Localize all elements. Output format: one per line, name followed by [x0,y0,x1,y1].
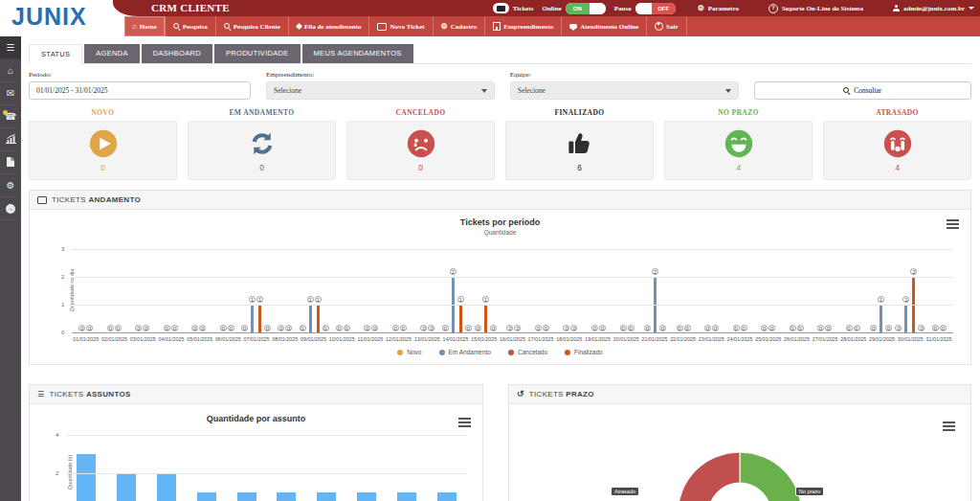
tab-status[interactable]: STATUS [29,44,82,64]
nav-item-atendimento-online[interactable]: Atendimento Online [562,16,647,36]
data-label: 0 [940,325,947,331]
data-label: 0 [846,325,853,331]
donut-slice-atrasado[interactable] [678,452,740,501]
nav-item-sair[interactable]: Sair [647,16,686,36]
equipe-select[interactable]: Selecione [510,81,739,100]
status-card-no-prazo: NO PRAZO4 [664,108,813,180]
slice-label-no-prazo: No prazo [795,487,824,496]
nav-item-home[interactable]: ⌂Home [124,16,166,36]
day-group: 00 [612,249,641,332]
data-label: 0 [514,325,521,331]
bar[interactable] [251,305,254,332]
tickets-indicator[interactable]: Tickets [493,3,534,13]
card-count: 0 [418,163,423,172]
online-toggle[interactable]: ON [566,3,606,14]
bar[interactable] [317,305,320,332]
search-icon [173,23,180,30]
bar[interactable] [357,492,376,501]
thumb-icon [566,129,594,160]
sidebar-item-arrow[interactable]: → [0,197,21,220]
parametro-button[interactable]: ⚙ Parametro [698,5,739,12]
status-card-novo: NOVO0 [29,108,177,180]
legend-item-novo[interactable]: Novo [397,349,421,355]
x-tick-label: 17/01/2025 [526,336,555,342]
card-label: NO PRAZO [664,108,813,117]
x-tick-label: 06/01/2025 [214,336,243,342]
pausa-toggle[interactable]: OFF [635,3,676,14]
bar[interactable] [309,305,312,332]
empreendimento-select[interactable]: Selecione [266,81,495,100]
bar[interactable] [880,305,882,332]
tab-produtividade[interactable]: PRODUTIVIDADE [214,44,301,63]
legend-item-em-andamento[interactable]: Em Andamento [439,349,491,355]
x-tick-label: 19/01/2025 [584,336,612,342]
bar-wrap: 1 [256,296,263,332]
nav-item-novo-ticket[interactable]: Novo Ticket [369,16,433,36]
tab-dashboard[interactable]: DASHBOARD [142,44,212,63]
day-group: 00 [357,249,386,332]
card-box[interactable]: 4 [823,121,971,180]
bar[interactable] [277,492,296,501]
sidebar-item-phone[interactable]: ☎ [0,105,21,128]
nav-item-fila-de-atendimento[interactable]: Fila de atendimento [289,16,370,36]
tab-agenda[interactable]: AGENDA [84,44,139,63]
x-tick-label: 11/01/2025 [356,336,385,342]
card-box[interactable]: 6 [505,121,654,180]
sidebar-item-envelope[interactable]: ✉ [0,82,21,105]
x-tick-label: 10/01/2025 [327,336,356,342]
card-box[interactable]: 0 [29,121,177,180]
bar-wrap: 1 [878,296,884,332]
bar[interactable] [437,492,457,501]
junix-logo[interactable]: JUNIX [11,3,87,31]
tab-meus-agendamentos[interactable]: MEUS AGENDAMENTOS [302,44,413,63]
gridline [66,473,467,474]
bar[interactable] [197,492,216,501]
nav-item-cadastro[interactable]: ⚙Cadastro [434,16,486,36]
chevron-down-icon [969,7,974,10]
bar[interactable] [484,305,487,332]
suporte-button[interactable]: ? Suporte On-Line do Sistema [768,4,863,13]
sidebar-item-gears[interactable]: ⚙ [0,174,21,197]
legend-item-finalizado[interactable]: Finalizado [565,349,603,355]
chart-title: Tickets por periodo [39,217,961,227]
main-nav: ⌂HomePesquisaPesquisa ClienteFila de ate… [124,16,980,36]
data-label: 1 [457,296,464,303]
main-content: STATUSAGENDADASHBOARDPRODUTIVIDADEMEUS A… [21,36,980,501]
card-box[interactable]: 0 [188,121,336,180]
day-group: 00 [271,249,300,332]
crm-app: ⌂HomePesquisaPesquisa ClienteFila de ate… [0,0,980,501]
data-label: 0 [285,325,292,331]
card-box[interactable]: 0 [346,121,495,180]
donut-slice-no-prazo[interactable] [740,452,802,501]
sidebar-item-file[interactable] [0,151,21,174]
bar-wrap: 2 [910,268,917,332]
bar[interactable] [237,492,256,501]
bar[interactable] [117,473,136,501]
nav-item-pesquisa[interactable]: Pesquisa [166,16,216,36]
bar[interactable] [258,305,261,332]
card-label: ATRASADO [823,108,971,117]
user-menu[interactable]: admin@junix.com.br [893,5,974,12]
legend-item-cancelado[interactable]: Cancelado [508,349,547,355]
bar[interactable] [157,473,176,501]
chart-menu-icon[interactable] [947,219,959,229]
sidebar-item-menu[interactable]: ☰ [0,36,21,59]
nav-item-pesquisa-cliente[interactable]: Pesquisa Cliente [216,16,289,36]
chart-menu-icon[interactable] [943,421,955,431]
bar[interactable] [459,305,462,332]
bar[interactable] [397,492,416,501]
bar[interactable] [904,305,907,332]
sidebar-item-chart[interactable] [0,128,21,151]
sidebar-item-home[interactable]: ⌂ [0,59,21,82]
consultar-button[interactable]: Consultar [754,81,971,100]
bar[interactable] [317,492,336,501]
x-tick-label: 25/01/2025 [754,336,783,342]
data-label: 0 [420,325,427,331]
data-label: 0 [797,325,804,331]
card-box[interactable]: 4 [664,121,813,180]
bar[interactable] [77,454,96,501]
nav-item-empreendimento[interactable]: Empreendimento [485,16,562,36]
periodo-input[interactable]: 01/01/2025 - 31/01/2025 [29,81,251,100]
chart-menu-icon[interactable] [458,418,471,427]
consultar-label: Consultar [854,86,881,95]
